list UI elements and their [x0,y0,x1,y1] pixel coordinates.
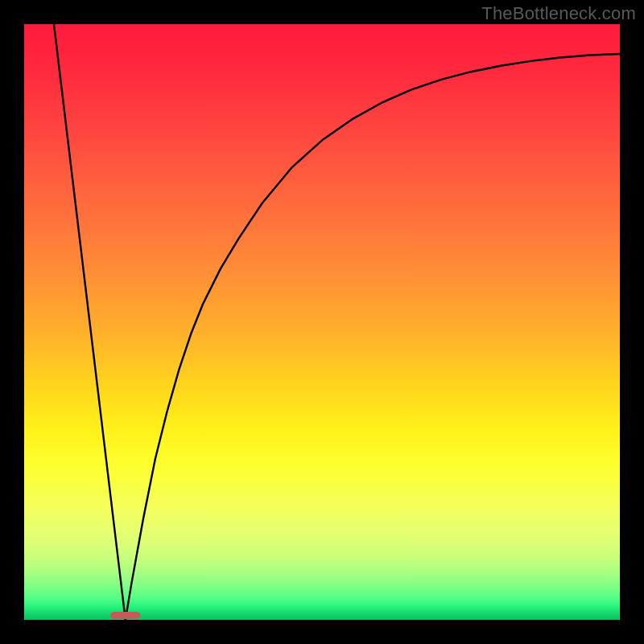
watermark-text: TheBottleneck.com [481,3,636,24]
plot-svg [24,24,620,620]
plot-background [24,24,620,620]
notch-marker [110,612,140,619]
chart-series-right-curve [126,54,620,620]
chart-frame: TheBottleneck.com [0,0,644,644]
chart-series-left-line [54,24,126,620]
